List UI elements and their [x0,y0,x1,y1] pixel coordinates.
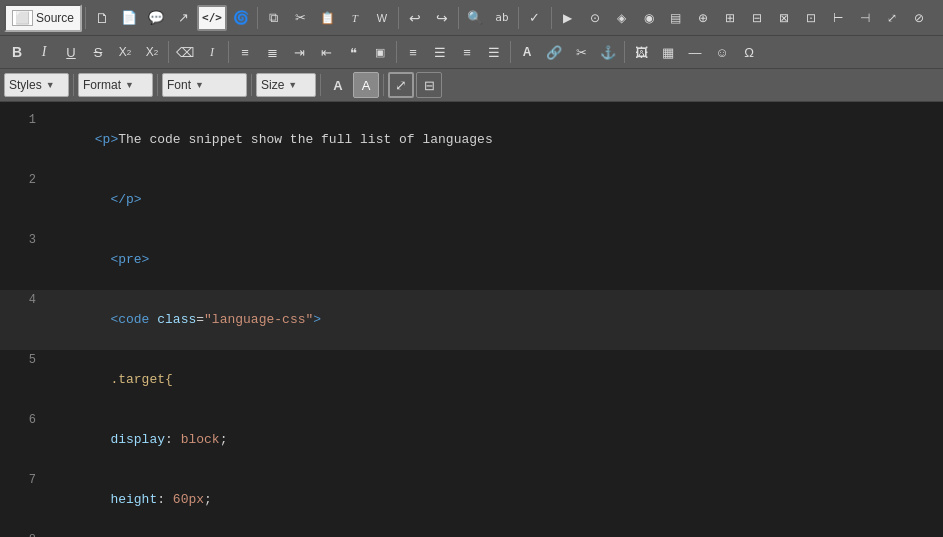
tb-link[interactable]: 🔗 [541,39,567,65]
icon11: ⊢ [833,11,843,25]
tb-maximize[interactable]: ⤢ [879,5,905,31]
code-line-7: 7 height: 60px; [0,470,943,530]
tb-maximize3[interactable]: ⤢ [388,72,414,98]
css-property: height [95,492,157,507]
tb-templates[interactable]: 📄 [116,5,142,31]
tb-outdent[interactable]: ⇤ [313,39,339,65]
tb-align-center[interactable]: ☰ [427,39,453,65]
tb-hr[interactable]: — [682,39,708,65]
tb-icon12[interactable]: ⊣ [852,5,878,31]
icon3: ◈ [617,11,626,25]
tb-replace[interactable]: ab [489,5,515,31]
tb-cursor[interactable]: ↗ [170,5,196,31]
tb-unlink[interactable]: ✂ [568,39,594,65]
size-dropdown[interactable]: Size ▼ [256,73,316,97]
tb-align-left[interactable]: ≡ [400,39,426,65]
tb-code-view[interactable]: </> [197,5,227,31]
tb-ordered-list[interactable]: ≡ [232,39,258,65]
line-number: 7 [8,470,36,490]
tb-align-justify[interactable]: ☰ [481,39,507,65]
separator13 [157,74,158,96]
attr-class: class [157,312,196,327]
tb-icon8[interactable]: ⊟ [744,5,770,31]
source-button[interactable]: ⬜ Source [4,4,82,32]
tb-align-right[interactable]: ≡ [454,39,480,65]
line-content: <pre> [48,230,935,290]
tb-icon11[interactable]: ⊢ [825,5,851,31]
separator8 [228,41,229,63]
tb-spellcheck[interactable]: ✓ [522,5,548,31]
tb-balloon[interactable]: 💬 [143,5,169,31]
tb-bg-color[interactable]: A [353,72,379,98]
tb-icon7[interactable]: ⊞ [717,5,743,31]
source-icon: ⬜ [12,10,33,26]
css-value: block [181,432,220,447]
code-editor[interactable]: 1 <p>The code snippet show the full list… [0,102,943,537]
tb-undo[interactable]: ↩ [402,5,428,31]
tb-paste-text[interactable]: T [342,5,368,31]
separator1 [85,7,86,29]
tb-paste-word[interactable]: W [369,5,395,31]
tb-find[interactable]: 🔍 [462,5,488,31]
tb-icon6[interactable]: ⊕ [690,5,716,31]
tb-icon3[interactable]: ◈ [609,5,635,31]
tb-about[interactable]: ⊘ [906,5,932,31]
tb-icon4[interactable]: ◉ [636,5,662,31]
tb-icon10[interactable]: ⊡ [798,5,824,31]
tb-underline[interactable]: U [58,39,84,65]
separator12 [73,74,74,96]
tb-special-char[interactable]: Ω [736,39,762,65]
tb-image[interactable]: 🖼 [628,39,654,65]
tb-copy[interactable]: ⧉ [261,5,287,31]
tb-blockquote[interactable]: ❝ [340,39,366,65]
undo-icon: ↩ [409,10,421,26]
tb-cut[interactable]: ✂ [288,5,314,31]
tb-strikethrough[interactable]: S [85,39,111,65]
tag-close-bracket: > [313,312,321,327]
line-content: display: block; [48,410,935,470]
tb-bold[interactable]: B [4,39,30,65]
format-dropdown[interactable]: Format ▼ [78,73,153,97]
tb-div[interactable]: ▣ [367,39,393,65]
tb-subscript[interactable]: X2 [112,39,138,65]
tag-code-open: <code [95,312,157,327]
separator6 [551,7,552,29]
separator16 [383,74,384,96]
line-content: margin-top: -60px; [48,530,935,537]
icon9: ⊠ [779,11,789,25]
tb-icon9[interactable]: ⊠ [771,5,797,31]
replace-icon: ab [495,11,508,24]
tb-icon2[interactable]: ⊙ [582,5,608,31]
separator3 [398,7,399,29]
icon7: ⊞ [725,11,735,25]
tb-text-style[interactable]: A [514,39,540,65]
tb-table[interactable]: ▦ [655,39,681,65]
css-property: display [95,432,165,447]
tb-show-blocks[interactable]: ⊟ [416,72,442,98]
tb-indent[interactable]: ⇥ [286,39,312,65]
tb-redo[interactable]: ↪ [429,5,455,31]
tb-icon1[interactable]: ▶ [555,5,581,31]
code-line-5: 5 .target{ [0,350,943,410]
separator4 [458,7,459,29]
font-dropdown[interactable]: Font ▼ [162,73,247,97]
tb-superscript[interactable]: X2 [139,39,165,65]
line-number: 2 [8,170,36,190]
tb-smiley[interactable]: ☺ [709,39,735,65]
source-label: Source [36,11,74,25]
line-number: 1 [8,110,36,130]
tb-italic2[interactable]: I [199,39,225,65]
tb-remove-format[interactable]: ⌫ [172,39,198,65]
tb-unordered-list[interactable]: ≣ [259,39,285,65]
tb-anchor[interactable]: ⚓ [595,39,621,65]
tb-smileys[interactable]: 🌀 [228,5,254,31]
tb-icon5[interactable]: ▤ [663,5,689,31]
tb-italic[interactable]: I [31,39,57,65]
separator15 [320,74,321,96]
tb-text-color[interactable]: A [325,72,351,98]
toolbar-row1: ⬜ Source 🗋 📄 💬 ↗ </> 🌀 ⧉ ✂ [0,0,943,36]
styles-dropdown[interactable]: Styles ▼ [4,73,69,97]
separator2 [257,7,258,29]
tb-new-doc[interactable]: 🗋 [89,5,115,31]
tb-paste[interactable]: 📋 [315,5,341,31]
